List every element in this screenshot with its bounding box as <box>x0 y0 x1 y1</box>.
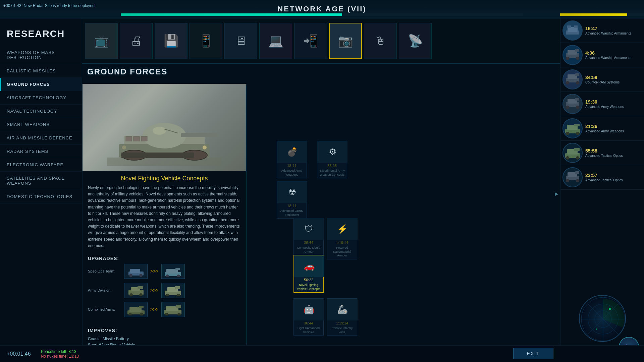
upgrade-row-combined-arms: Combined Arms: >>> <box>88 302 241 317</box>
upgrade-row-army-div: Army Division: >>> <box>88 283 241 298</box>
queue-time-2: 34:59 <box>585 75 642 80</box>
svg-rect-9 <box>126 136 132 141</box>
tech-tab-5[interactable]: 💻 <box>259 23 292 59</box>
queue-item-img-6 <box>562 167 583 187</box>
improves-list: Coastal Missile BatteryShort-Wave Radar … <box>88 336 241 345</box>
queue-item-6[interactable]: 23:57Advanced Tactical Optics <box>560 165 644 190</box>
svg-rect-46 <box>567 25 571 28</box>
svg-point-72 <box>576 156 579 160</box>
svg-point-56 <box>566 81 569 84</box>
tech-tab-7[interactable]: 📷 <box>329 23 362 59</box>
tech-tab-3[interactable]: 📱 <box>190 23 222 59</box>
queue-item-4[interactable]: 21:36Advanced Army Weapons <box>560 116 644 141</box>
status-bar: +00:01:46 Peacetime left: 8:13 No nukes … <box>0 345 644 362</box>
queue-list: 16:47Advanced Warship Armaments4:06Advan… <box>560 18 644 190</box>
svg-rect-7 <box>181 133 218 137</box>
experimental-army-node[interactable]: ⚙ 55:06 Experimental Army Weapon Concept… <box>317 141 347 178</box>
nav-item-aircraft-technology[interactable]: AIRCRAFT TECHNOLOGY <box>0 91 82 105</box>
detail-panel: Novel Fighting Vehicle Concepts Newly em… <box>82 84 247 345</box>
svg-point-13 <box>122 145 126 149</box>
svg-rect-65 <box>574 124 580 126</box>
advanced-army-node[interactable]: 💣 18:11 Advanced Army Weapons <box>277 141 307 178</box>
queue-item-img-2 <box>562 69 583 89</box>
robotic-infantry-label: Robotic Infantry Aids <box>327 326 357 336</box>
experimental-army-label: Experimental Army Weapon Concepts <box>317 168 347 178</box>
resource-progress-fill <box>560 13 627 16</box>
svg-rect-60 <box>575 98 579 101</box>
light-unmanned-node[interactable]: 🤖 36:44 Light Unmanned Vehicles <box>293 298 324 336</box>
age-progress-bar <box>121 13 523 16</box>
nav-item-naval-technology[interactable]: NAVAL TECHNOLOGY <box>0 105 82 118</box>
tech-tab-6[interactable]: 📲 <box>294 23 327 59</box>
queue-time-5: 55:58 <box>585 148 642 154</box>
research-tree-area: 🔫 Weapon Modernization 💣 18:11 Advanced … <box>82 84 560 345</box>
advanced-cbrn-node[interactable]: ☢ 18:11 Advanced CBRN Equipment <box>277 181 307 219</box>
queue-name-4: Advanced Army Weapons <box>585 129 642 133</box>
nav-item-ballistic-missiles[interactable]: BALLISTIC MISSILES <box>0 64 82 78</box>
svg-point-66 <box>566 132 569 135</box>
upgrade-label-spec-ops: Spec-Ops Team: <box>88 269 121 273</box>
age-title: NETWORK AGE (VII) <box>277 5 366 13</box>
nav-item-ground-forces[interactable]: GROUND FORCES <box>0 78 82 91</box>
tech-tab-4[interactable]: 🖥 <box>224 23 257 59</box>
svg-point-17 <box>129 274 132 277</box>
queue-time-1: 4:06 <box>585 50 642 56</box>
queue-time-6: 23:57 <box>585 173 642 178</box>
nav-item-weapons-of-mass-destruction[interactable]: WEAPONS OF MASS DESTRUCTION <box>0 46 82 64</box>
composite-armour-img: 🛡 <box>294 218 324 240</box>
robotic-infantry-img: 🦾 <box>327 299 358 320</box>
nav-item-electronic-warfare[interactable]: ELECTRONIC WARFARE <box>0 158 82 172</box>
queue-item-img-4 <box>562 118 583 138</box>
svg-rect-31 <box>175 286 180 289</box>
queue-time-0: 16:47 <box>585 26 642 31</box>
queue-item-1[interactable]: 4:06Advanced Warship Armaments <box>560 43 644 67</box>
tech-tab-8[interactable]: 🖱 <box>364 23 397 59</box>
svg-rect-70 <box>574 148 580 151</box>
svg-rect-36 <box>139 306 144 308</box>
tech-tab-9[interactable]: 📡 <box>399 23 432 59</box>
light-unmanned-time: 36:44 <box>294 320 323 326</box>
nav-item-radar-systems[interactable]: RADAR SYSTEMS <box>0 145 82 158</box>
tech-tab-2[interactable]: 💾 <box>155 23 187 59</box>
composite-armour-node[interactable]: 🛡 36:44 Composite Liquid Armour <box>293 218 324 255</box>
tech-tab-1[interactable]: 🖨 <box>120 23 153 59</box>
nukes-label: No nukes time: 13:13 <box>41 354 79 359</box>
novel-vehicle-label: Novel Fighting Vehicle Concepts <box>294 283 323 292</box>
powered-nano-node[interactable]: ⚡ 1:19:14 Powered Nanomaterial Armour <box>327 218 357 259</box>
nav-item-domestic-technologies[interactable]: DOMESTIC TECHNOLOGIES <box>0 190 82 203</box>
svg-rect-16 <box>130 269 140 273</box>
queue-item-3[interactable]: 19:30Advanced Army Weapons <box>560 92 644 116</box>
scroll-right-arrow[interactable]: ▶ <box>555 191 558 196</box>
nav-item-air-and-missile-defence[interactable]: AIR AND MISSILE DEFENCE <box>0 131 82 145</box>
queue-item-img-0 <box>562 20 583 41</box>
upgrade-from-army-div <box>124 283 148 298</box>
novel-vehicle-img: 🚗 <box>294 255 324 277</box>
queue-item-5[interactable]: 55:58Advanced Tactical Optics <box>560 141 644 165</box>
svg-point-57 <box>576 81 579 84</box>
nav-item-satellites-and-space-weapons[interactable]: SATELLITES AND SPACE WEAPONS <box>0 172 82 190</box>
queue-time-4: 21:36 <box>585 124 642 129</box>
nav-item-smart-weapons[interactable]: SMART WEAPONS <box>0 118 82 131</box>
powered-nano-img: ⚡ <box>327 218 358 240</box>
queue-item-img-1 <box>562 45 583 65</box>
svg-point-12 <box>203 145 207 149</box>
light-unmanned-label: Light Unmanned Vehicles <box>294 326 323 336</box>
upgrade-label-combined-arms: Combined Arms: <box>88 307 121 311</box>
tank-svg-container <box>83 84 246 171</box>
tech-tab-0[interactable]: 📺 <box>85 23 118 59</box>
queue-item-img-3 <box>562 94 583 114</box>
queue-item-0[interactable]: 16:47Advanced Warship Armaments <box>560 18 644 43</box>
advanced-cbrn-label: Advanced CBRN Equipment <box>277 208 307 218</box>
svg-rect-41 <box>176 305 181 308</box>
robotic-infantry-node[interactable]: 🦾 1:19:14 Robotic Infantry Aids <box>327 298 357 336</box>
novel-vehicle-node[interactable]: 🚗 50:22 Novel Fighting Vehicle Concepts <box>293 255 324 293</box>
upgrade-row-spec-ops: Spec-Ops Team: >>> <box>88 264 241 279</box>
right-panel: 16:47Advanced Warship Armaments4:06Advan… <box>560 18 644 345</box>
queue-item-2[interactable]: 34:59Counter-RAM Systems <box>560 67 644 92</box>
svg-rect-47 <box>574 25 578 28</box>
powered-nano-label: Powered Nanomaterial Armour <box>327 245 357 259</box>
advanced-cbrn-img: ☢ <box>277 181 307 203</box>
improves-title: IMPROVES: <box>88 328 241 333</box>
exit-button[interactable]: EXIT <box>513 348 553 359</box>
advanced-cbrn-time: 18:11 <box>277 203 307 208</box>
